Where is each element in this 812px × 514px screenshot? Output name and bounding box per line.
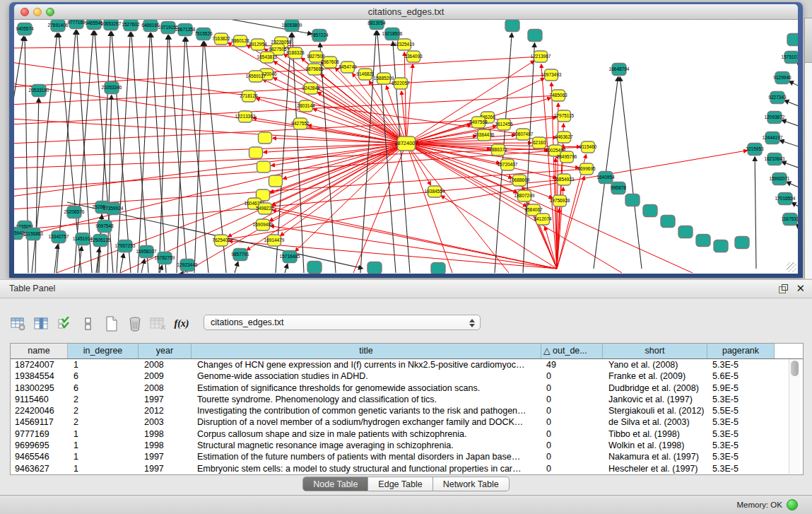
vertical-scrollbar[interactable] [789,359,800,474]
citation-edge-black[interactable] [787,182,798,189]
close-panel-icon[interactable]: ✕ [796,282,805,295]
table-row[interactable]: 946554611997Estimation of the future num… [11,451,803,462]
network-canvas[interactable]: 1872400794055742769140697771699465546106… [14,20,798,274]
column-header-title[interactable]: title [192,344,541,358]
citation-edge-black[interactable] [293,33,304,273]
citation-edge-black[interactable] [186,37,208,273]
table-row[interactable]: 946362711997Embryonic stem cells: a mode… [11,463,803,474]
graph-node[interactable] [259,132,272,144]
graph-node-label: 1412074 [534,216,552,221]
citation-edge-black[interactable] [377,31,396,273]
citation-edge-black[interactable] [523,43,534,273]
float-panel-icon[interactable] [779,284,788,293]
column-header-short[interactable]: short [603,344,707,358]
citation-edge-red[interactable] [406,64,413,144]
citation-edge-black[interactable] [792,203,798,209]
citation-edge-black[interactable] [35,98,39,273]
graph-node[interactable] [787,34,798,46]
citation-edge-black[interactable] [755,157,756,269]
citation-edge-red[interactable] [14,119,406,144]
cell-pagerank: 5.3E-5 [707,440,775,451]
column-header-year[interactable]: year [139,344,192,358]
delete-table-icon[interactable] [126,315,143,332]
citation-edge-black[interactable] [797,63,798,67]
select-columns-icon[interactable] [57,315,73,332]
row-height-icon[interactable] [80,315,97,332]
table-panel: Table Panel ✕ [0,279,812,495]
citation-edge-black[interactable] [782,120,798,127]
scrollbar-thumb[interactable] [791,361,799,376]
graph-node[interactable] [678,226,693,238]
citation-edge-red[interactable] [14,83,406,144]
citation-edge-red[interactable] [14,151,555,189]
column-header-out_degree[interactable]: △ out_de... [541,344,603,358]
table-row[interactable]: 1456911722003Disruption of a novel membe… [11,416,803,428]
citation-edge-black[interactable] [782,162,798,169]
table-row[interactable]: 1938455462009Genome-wide association stu… [11,370,803,382]
citation-edge-red[interactable] [406,135,515,144]
network-window-titlebar[interactable]: citations_edges.txt [14,4,798,20]
graph-node[interactable] [735,237,749,249]
column-header-in_degree[interactable]: in_degree [68,344,139,358]
table-settings-icon[interactable] [10,315,27,332]
citation-edge-red[interactable] [273,210,557,269]
citation-edge-red[interactable] [273,138,406,144]
graph-node[interactable] [625,194,640,206]
graph-node[interactable] [367,262,382,274]
citation-edge-black[interactable] [784,100,798,107]
graph-node[interactable] [696,235,710,247]
table-row[interactable]: 969969511998Structural magnetic resonanc… [11,440,803,451]
graph-node[interactable] [249,147,263,158]
show-columns-icon[interactable] [33,315,50,332]
graph-node[interactable] [714,240,728,252]
table-row[interactable]: 1872400712008Changes of HCN gene express… [11,359,803,370]
citation-edge-black[interactable] [112,32,131,273]
cell-in_degree: 6 [68,382,139,394]
citation-edge-black[interactable] [779,140,798,148]
graph-node[interactable] [661,216,675,228]
tab-edge-table[interactable]: Edge Table [368,477,433,491]
cell-year: 1998 [139,428,192,440]
cell-short: Franke et al. (2009) [603,370,707,382]
citation-edge-red[interactable] [262,205,557,269]
table-row[interactable]: 2242004622012Investigating the contribut… [11,405,803,416]
citation-edge-black[interactable] [182,271,183,273]
citation-edge-black[interactable] [160,265,163,273]
table-row[interactable]: 977716911998Corpus callosum shape and si… [11,428,803,440]
table-row[interactable]: 911546021997Tourette syndrome. Phenomeno… [11,394,803,405]
graph-node[interactable] [269,175,283,187]
citation-edge-black[interactable] [320,43,336,273]
graph-node-label: 14569117 [246,74,266,78]
citation-edge-black[interactable] [620,77,642,269]
function-builder-icon[interactable]: f(x) [173,315,190,332]
cell-title: Investigating the contribution of common… [192,405,541,416]
citation-network-graph[interactable]: 1872400794055742769140697771699465546106… [14,20,798,274]
column-header-name[interactable]: name [11,344,68,358]
table-row[interactable]: 1830029562008Estimation of significance … [11,382,803,394]
citation-edge-black[interactable] [789,81,798,88]
graph-node[interactable] [643,205,657,217]
citation-edge-red[interactable] [406,144,452,273]
citation-edge-red[interactable] [14,57,541,87]
citation-edge-red[interactable] [406,144,526,206]
new-table-icon[interactable] [103,315,120,332]
tab-network-table[interactable]: Network Table [433,477,510,491]
citation-edge-black[interactable] [141,259,145,273]
resize-grip-icon[interactable] [787,262,796,272]
citation-edge-black[interactable] [120,254,124,273]
tab-node-table[interactable]: Node Table [302,477,368,491]
citation-edge-black[interactable] [285,264,288,273]
citation-edge-red[interactable] [14,45,404,48]
graph-node[interactable] [505,20,519,32]
graph-node-label: 3612455 [495,122,513,127]
table-selector-dropdown[interactable]: citations_edges.txt [204,315,481,330]
graph-node[interactable] [307,262,322,274]
graph-node[interactable] [528,30,542,42]
citation-edge-black[interactable] [796,224,798,229]
cell-in_degree: 2 [68,405,139,416]
graph-node[interactable] [257,161,271,173]
citation-edge-black[interactable] [393,42,410,273]
citation-edge-black[interactable] [235,262,238,273]
column-header-pagerank[interactable]: pagerank [707,344,775,358]
graph-node[interactable] [431,263,445,274]
